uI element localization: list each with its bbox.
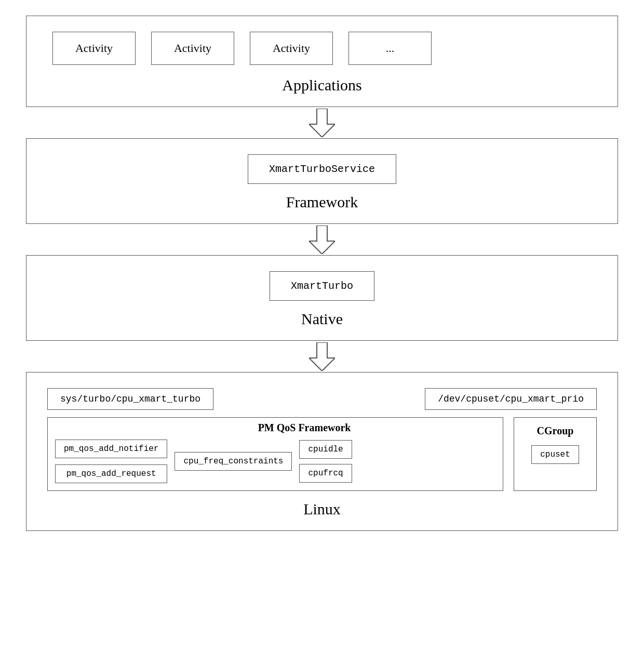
xmart-turbo-label: XmartTurbo <box>291 280 353 292</box>
applications-label: Applications <box>42 76 602 94</box>
pm-qos-right: cpuidle cpufrcq <box>299 440 352 483</box>
activity-label-4: ... <box>386 42 395 55</box>
activity-box-2: Activity <box>151 32 234 65</box>
cpu-freq-constraints-box: cpu_freq_constraints <box>175 452 292 471</box>
cgroup-label: CGroup <box>537 425 574 437</box>
xmart-turbo-box: XmartTurbo <box>270 271 374 301</box>
cpuset-label: cpuset <box>540 450 570 459</box>
activity-box-4: ... <box>348 32 432 65</box>
sys-turbo-label: sys/turbo/cpu_xmart_turbo <box>60 394 200 404</box>
cpuset-box: cpuset <box>531 445 579 464</box>
cpuidle-label: cpuidle <box>308 445 343 454</box>
xmart-turbo-service-box: XmartTurboService <box>248 154 396 184</box>
activity-box-3: Activity <box>250 32 333 65</box>
linux-layer: sys/turbo/cpu_xmart_turbo /dev/cpuset/cp… <box>26 372 618 531</box>
cpufrcq-box: cpufrcq <box>299 464 352 483</box>
arrow-down-icon-1 <box>309 109 335 137</box>
native-layer: XmartTurbo Native <box>26 255 618 341</box>
svg-marker-1 <box>309 225 335 254</box>
cpu-freq-constraints-label: cpu_freq_constraints <box>183 457 283 466</box>
arrow-3 <box>309 341 335 372</box>
arrow-1 <box>309 107 335 138</box>
applications-layer: Activity Activity Activity ... Applicati… <box>26 16 618 107</box>
activity-label-2: Activity <box>174 42 211 55</box>
linux-bottom-row: PM QoS Framework pm_qos_add_notifier pm_… <box>47 417 597 491</box>
applications-inner: Activity Activity Activity ... <box>42 26 602 70</box>
cgroup-group: CGroup cpuset <box>514 417 597 491</box>
arrow-2 <box>309 224 335 255</box>
linux-inner: sys/turbo/cpu_xmart_turbo /dev/cpuset/cp… <box>42 383 602 494</box>
activity-label-3: Activity <box>273 42 310 55</box>
framework-inner: XmartTurboService <box>42 149 602 187</box>
svg-marker-0 <box>309 109 335 137</box>
pm-qos-label: PM QoS Framework <box>256 422 353 434</box>
native-label: Native <box>42 310 602 328</box>
linux-top-row: sys/turbo/cpu_xmart_turbo /dev/cpuset/cp… <box>47 388 597 410</box>
linux-label: Linux <box>42 500 602 518</box>
dev-cpuset-box: /dev/cpuset/cpu_xmart_prio <box>425 388 597 410</box>
native-inner: XmartTurbo <box>42 266 602 304</box>
pm-qos-notifier-box: pm_qos_add_notifier <box>55 440 167 458</box>
pm-qos-left: pm_qos_add_notifier pm_qos_add_request <box>55 440 167 483</box>
pm-qos-request-box: pm_qos_add_request <box>55 464 167 483</box>
xmart-turbo-service-label: XmartTurboService <box>269 163 375 175</box>
sys-turbo-box: sys/turbo/cpu_xmart_turbo <box>47 388 213 410</box>
framework-layer: XmartTurboService Framework <box>26 138 618 224</box>
cpufrcq-label: cpufrcq <box>308 469 343 478</box>
dev-cpuset-label: /dev/cpuset/cpu_xmart_prio <box>438 394 584 404</box>
arrow-down-icon-3 <box>309 342 335 371</box>
framework-label: Framework <box>42 193 602 211</box>
arrow-down-icon-2 <box>309 225 335 254</box>
pm-qos-center: cpu_freq_constraints <box>175 452 292 471</box>
pm-qos-request-label: pm_qos_add_request <box>66 469 156 478</box>
pm-qos-notifier-label: pm_qos_add_notifier <box>64 444 158 454</box>
pm-qos-group: PM QoS Framework pm_qos_add_notifier pm_… <box>47 417 503 491</box>
activity-box-1: Activity <box>52 32 136 65</box>
cpuidle-box: cpuidle <box>299 440 352 459</box>
activity-label-1: Activity <box>75 42 113 55</box>
svg-marker-2 <box>309 342 335 371</box>
